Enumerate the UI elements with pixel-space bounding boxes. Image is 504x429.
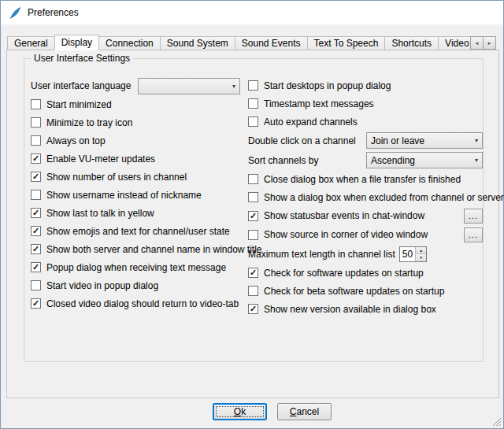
tab-label: Connection [106, 38, 154, 49]
group-title: User Interface Settings [31, 53, 133, 64]
checkbox-label: Always on top [46, 135, 106, 146]
tab-connection[interactable]: Connection [98, 36, 161, 50]
checkbox-auto-expand-channels[interactable]: Auto expand channels [248, 113, 483, 131]
checkbox-label: Start desktops in popup dialog [264, 80, 391, 91]
tab-scroll-right-button[interactable]: ► [483, 36, 496, 50]
language-combobox[interactable]: ▾ [138, 78, 240, 94]
tab-label: Text To Speech [314, 38, 379, 49]
checkbox-username-instead-nickname[interactable]: Show username instead of nickname [31, 186, 240, 204]
right-column: Start desktops in popup dialog Timestamp… [248, 76, 483, 318]
caret-down-icon: ▼ [419, 255, 423, 260]
window-title: Preferences [28, 7, 79, 18]
checkbox-box [31, 190, 41, 200]
checkbox-label: Show statusbar events in chat-window [264, 210, 424, 221]
checkbox-label: Check for beta software updates on start… [264, 286, 444, 297]
double-click-channel-combobox[interactable]: Join or leave ▾ [366, 132, 483, 149]
tab-general[interactable]: General [7, 36, 55, 50]
tab-label: General [14, 38, 48, 49]
statusbar-events-more-button[interactable]: ... [464, 209, 483, 224]
spinbox-buttons: ▲ ▼ [415, 247, 426, 261]
checkbox-box: ✓ [248, 211, 258, 221]
chevron-down-icon: ▾ [470, 157, 478, 164]
combobox-value: Join or leave [371, 135, 424, 146]
checkbox-server-channel-in-title[interactable]: ✓Show both server and channel name in wi… [31, 240, 240, 258]
cancel-button[interactable]: Cancel [277, 403, 332, 420]
checkbox-timestamp-messages[interactable]: Timestamp text messages [248, 94, 483, 113]
sort-channels-row: Sort channels by Ascending ▾ [248, 150, 483, 170]
language-label: User interface language [31, 80, 131, 91]
checkbox-box [31, 117, 41, 128]
checkbox-box: ✓ [31, 172, 41, 182]
tab-label: Sound System [167, 38, 228, 49]
tab-sound-system[interactable]: Sound System [160, 36, 235, 50]
checkbox-label: Show source in corner of video window [264, 229, 428, 240]
checkbox-start-minimized[interactable]: Start minimized [31, 95, 240, 113]
checkbox-statusbar-events[interactable]: ✓ Show statusbar events in chat-window .… [248, 206, 483, 225]
tab-video[interactable]: Video [438, 36, 472, 50]
checkbox-check-beta-updates[interactable]: Check for beta software updates on start… [248, 282, 483, 300]
tab-scroll-left-button[interactable]: ◄ [470, 36, 484, 50]
checkbox-label: Show number of users in channel [46, 172, 187, 183]
tab-display[interactable]: Display [54, 35, 99, 50]
tab-bar: General Display Connection Sound System … [7, 35, 472, 50]
checkbox-label: Show last to talk in yellow [46, 208, 154, 219]
ellipsis-label: ... [469, 212, 478, 220]
checkbox-vu-meter-updates[interactable]: ✓Enable VU-meter updates [31, 150, 240, 168]
tab-scroll-control: ◄ ► [471, 36, 498, 50]
checkbox-last-to-talk-yellow[interactable]: ✓Show last to talk in yellow [31, 204, 240, 222]
checkbox-box: ✓ [31, 226, 41, 236]
checkbox-label: Closed video dialog should return to vid… [46, 298, 239, 309]
caret-up-icon: ▲ [419, 248, 423, 253]
checkbox-box: ✓ [31, 153, 41, 164]
checkbox-box [248, 286, 258, 296]
checkbox-minimize-to-tray[interactable]: Minimize to tray icon [31, 113, 240, 131]
checkbox-box [248, 116, 258, 127]
checkbox-popup-text-message[interactable]: ✓Popup dialog when receiving text messag… [31, 258, 240, 276]
checkbox-emojis-text-state[interactable]: ✓Show emojis and text for channel/user s… [31, 222, 240, 240]
spin-down-button[interactable]: ▼ [416, 253, 426, 261]
tab-text-to-speech[interactable]: Text To Speech [307, 36, 386, 50]
checkbox-label: Show username instead of nickname [46, 190, 202, 201]
tab-label: Video [445, 38, 469, 49]
checkbox-box: ✓ [31, 208, 41, 218]
display-tab-pane: User Interface Settings User interface l… [6, 50, 499, 398]
spin-up-button[interactable]: ▲ [416, 247, 426, 254]
checkbox-box [31, 99, 41, 109]
checkbox-label: Show new version available in dialog box [264, 304, 436, 315]
max-text-length-spinbox[interactable]: 50 ▲ ▼ [399, 246, 427, 262]
language-row: User interface language ▾ [31, 76, 240, 95]
checkbox-show-new-version-dialog[interactable]: ✓Show new version available in dialog bo… [248, 300, 483, 318]
checkbox-video-source-corner[interactable]: Show source in corner of video window ..… [248, 225, 483, 244]
video-source-more-button[interactable]: ... [464, 227, 483, 242]
checkbox-close-on-file-transfer[interactable]: Close dialog box when a file transfer is… [248, 170, 483, 188]
checkbox-label: Show emojis and text for channel/user st… [46, 226, 230, 237]
title-bar[interactable]: Preferences [1, 1, 503, 24]
checkbox-label: Show both server and channel name in win… [46, 244, 262, 255]
tab-label: Display [61, 37, 92, 48]
checkbox-dialog-when-excluded[interactable]: Show a dialog box when excluded from cha… [248, 188, 483, 206]
tab-sound-events[interactable]: Sound Events [235, 36, 308, 50]
checkbox-video-popup-dialog[interactable]: Start video in popup dialog [31, 276, 240, 294]
sort-channels-combobox[interactable]: Ascending ▾ [366, 152, 483, 168]
checkbox-box [248, 174, 258, 184]
checkbox-label: Auto expand channels [264, 116, 358, 128]
double-click-label: Double click on a channel [248, 135, 356, 146]
double-click-row: Double click on a channel Join or leave … [248, 131, 483, 150]
checkbox-video-return-tab[interactable]: ✓Closed video dialog should return to vi… [31, 294, 240, 313]
chevron-down-icon: ▾ [228, 83, 235, 90]
spinbox-value[interactable]: 50 [400, 247, 415, 261]
ok-button[interactable]: Ok [213, 403, 267, 420]
checkbox-box: ✓ [248, 304, 258, 314]
arrow-right-icon: ► [487, 41, 492, 46]
checkbox-box: ✓ [31, 262, 41, 272]
checkbox-show-user-count[interactable]: ✓Show number of users in channel [31, 168, 240, 186]
tab-label: Shortcuts [391, 38, 432, 49]
checkbox-check-updates[interactable]: ✓Check for software updates on startup [248, 264, 483, 282]
checkbox-label: Check for software updates on startup [264, 268, 424, 279]
checkbox-box [31, 280, 41, 290]
tab-shortcuts[interactable]: Shortcuts [384, 36, 439, 50]
checkbox-desktops-popup[interactable]: Start desktops in popup dialog [248, 76, 483, 94]
checkbox-label: Show a dialog box when excluded from cha… [264, 192, 504, 203]
resize-grip[interactable] [491, 416, 502, 427]
checkbox-always-on-top[interactable]: Always on top [31, 131, 240, 150]
